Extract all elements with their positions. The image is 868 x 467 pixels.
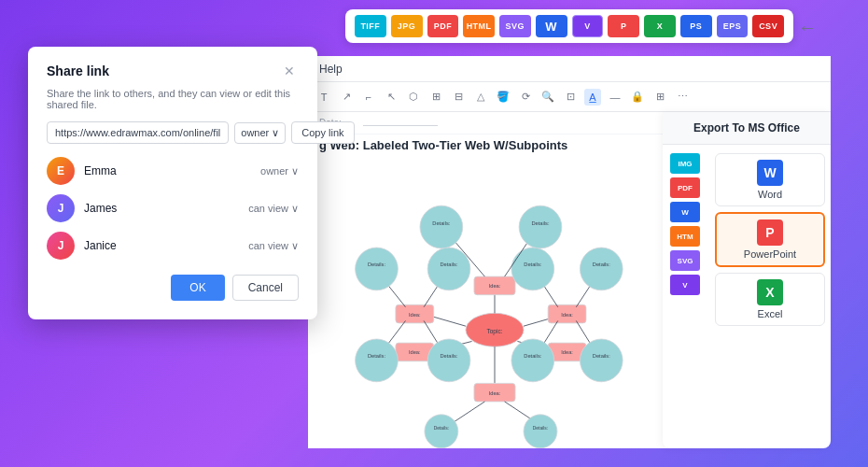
svg-text:Idea:: Idea: xyxy=(489,390,501,396)
tool-layout[interactable]: ⊞ xyxy=(651,89,668,106)
dialog-actions: OK Cancel xyxy=(47,275,299,301)
link-input-field[interactable]: https://www.edrawmax.com/online/fil xyxy=(47,121,229,144)
pdf-side-badge: PDF xyxy=(670,177,700,198)
eps-badge[interactable]: EPS xyxy=(717,15,749,37)
share-dialog: Share link ✕ Share the link to others, a… xyxy=(28,47,317,319)
svg-text:Details:: Details: xyxy=(593,353,610,359)
svg-text:Idea:: Idea: xyxy=(561,312,573,318)
user-row-janice: J Janice can view ∨ xyxy=(47,232,299,260)
svg-text:Idea:: Idea: xyxy=(561,349,573,355)
svg-text:Idea:: Idea: xyxy=(409,312,421,318)
svg-text:Topic:: Topic: xyxy=(486,328,502,335)
arrow-indicator: ← xyxy=(798,17,817,38)
tool-zoom[interactable]: 🔍 xyxy=(539,89,556,106)
word-side-badge[interactable]: W xyxy=(670,202,700,222)
svg-badge[interactable]: SVG xyxy=(499,15,531,37)
permission-chevron: ∨ xyxy=(272,127,279,139)
diagram-date-bar: Date: xyxy=(308,112,681,134)
user-name-emma: Emma xyxy=(84,164,251,177)
html-side-badge: HTM xyxy=(670,226,700,247)
tool-curve[interactable]: ⌐ xyxy=(360,89,377,106)
export-word-option[interactable]: W Word xyxy=(715,153,825,206)
tool-text[interactable]: T xyxy=(315,89,332,106)
avatar-james: J xyxy=(47,194,75,222)
svg-text:Details:: Details: xyxy=(593,262,610,267)
tool-arrow[interactable]: ↗ xyxy=(338,89,355,106)
excel-badge[interactable]: X xyxy=(644,15,676,37)
tool-line-color[interactable]: A xyxy=(584,89,601,106)
pdf-badge[interactable]: PDF xyxy=(427,15,459,37)
jpg-badge[interactable]: JPG xyxy=(391,15,423,37)
avatar-janice: J xyxy=(47,232,75,260)
user-role-james[interactable]: can view ∨ xyxy=(248,203,299,215)
svg-point-37 xyxy=(511,339,554,382)
tool-triangle[interactable]: △ xyxy=(472,89,489,106)
ppt-option-icon: P xyxy=(757,219,783,246)
svg-point-21 xyxy=(356,248,399,290)
cancel-button[interactable]: Cancel xyxy=(232,275,299,301)
visio-badge[interactable]: V xyxy=(572,15,604,37)
excel-option-icon: X xyxy=(757,279,783,305)
tool-table[interactable]: ⊟ xyxy=(450,89,467,106)
export-excel-option[interactable]: X Excel xyxy=(715,273,825,326)
user-row-emma: E Emma owner ∨ xyxy=(47,157,299,185)
diagram-title: g Web: Labeled Two-Tier Web W/Subpoints xyxy=(308,134,681,156)
svg-text:Details:: Details: xyxy=(368,262,385,267)
svg-point-35 xyxy=(580,248,623,290)
csv-badge[interactable]: CSV xyxy=(752,15,784,37)
link-url-text: https://www.edrawmax.com/online/fil xyxy=(55,127,220,138)
export-panel: Export To MS Office IMG PDF W HTM SVG V … xyxy=(663,112,831,448)
user-name-james: James xyxy=(84,202,239,215)
svg-text:Details:: Details: xyxy=(524,262,541,267)
svg-point-54 xyxy=(524,415,557,448)
role-chevron-emma: ∨ xyxy=(291,165,299,177)
ppt-badge[interactable]: P xyxy=(608,15,639,37)
export-options-list: W Word P PowerPoint X Excel xyxy=(709,146,831,333)
tool-fill[interactable]: 🪣 xyxy=(495,89,511,106)
svg-point-33 xyxy=(511,248,554,290)
svg-text:Details:: Details: xyxy=(368,353,385,359)
dialog-header: Share link ✕ xyxy=(47,62,299,80)
tool-more[interactable]: ⋯ xyxy=(674,89,691,106)
user-role-janice[interactable]: can view ∨ xyxy=(248,240,299,252)
copy-link-button[interactable]: Copy link xyxy=(291,121,354,144)
role-chevron-janice: ∨ xyxy=(291,240,299,252)
tool-dash[interactable]: — xyxy=(607,89,623,106)
img-side-badge: IMG xyxy=(670,153,700,174)
html-badge[interactable]: HTML xyxy=(463,15,495,37)
link-row: https://www.edrawmax.com/online/fil owne… xyxy=(47,121,299,144)
tool-pointer[interactable]: ↖ xyxy=(383,89,399,106)
excel-option-label: Excel xyxy=(758,308,783,319)
word-option-label: Word xyxy=(758,189,782,200)
tool-crop[interactable]: ⊞ xyxy=(427,89,444,106)
word-format-badge[interactable]: W xyxy=(536,15,567,37)
permission-label: owner xyxy=(241,127,269,138)
svg-text:Details:: Details: xyxy=(533,426,548,431)
user-name-janice: Janice xyxy=(84,239,239,252)
help-bar: Help xyxy=(308,56,831,82)
svg-text:Details:: Details: xyxy=(441,353,458,359)
mindmap-diagram: Topic: Idea: Idea: Idea: Idea: Idea: Det… xyxy=(308,160,681,448)
tool-frame[interactable]: ⊡ xyxy=(562,89,579,106)
user-role-emma[interactable]: owner ∨ xyxy=(260,165,299,177)
tiff-badge[interactable]: TIFF xyxy=(355,15,386,37)
export-powerpoint-option[interactable]: P PowerPoint xyxy=(715,212,825,267)
help-label: Help xyxy=(319,63,343,76)
format-toolbar: TIFF JPG PDF HTML SVG W V P X PS EPS CSV xyxy=(345,9,793,43)
svg-text:Details:: Details: xyxy=(531,220,549,226)
svg-point-25 xyxy=(356,339,399,382)
link-permission-dropdown[interactable]: owner ∨ xyxy=(234,122,286,144)
close-button[interactable]: ✕ xyxy=(280,62,299,80)
svg-point-43 xyxy=(420,205,463,248)
svg-text:Idea:: Idea: xyxy=(489,283,501,289)
tool-shape[interactable]: ⬡ xyxy=(405,89,422,106)
svg-point-52 xyxy=(425,415,458,448)
export-side-icons: IMG PDF W HTM SVG V xyxy=(663,146,709,303)
ps-badge[interactable]: PS xyxy=(680,15,712,37)
tool-connector[interactable]: ⟳ xyxy=(517,89,534,106)
user-list: E Emma owner ∨ J James can view ∨ J Jani… xyxy=(47,157,299,260)
svg-side-badge: SVG xyxy=(670,250,700,271)
user-row-james: J James can view ∨ xyxy=(47,194,299,222)
tool-lock[interactable]: 🔒 xyxy=(629,89,646,106)
ok-button[interactable]: OK xyxy=(171,275,224,301)
